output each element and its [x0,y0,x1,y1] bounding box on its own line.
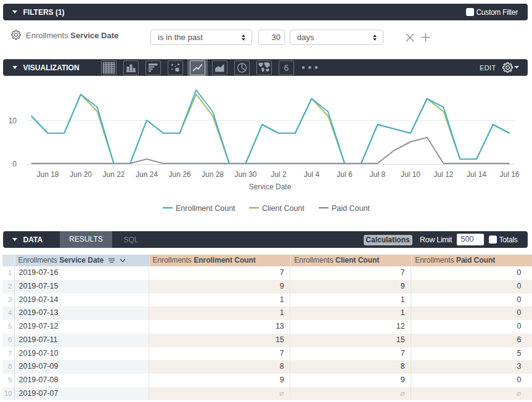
svg-text:Jun 20: Jun 20 [70,170,92,179]
svg-text:Client Count: Client Count [262,204,305,213]
svg-text:Enrollment Count: Enrollment Count [176,204,235,213]
svg-text:Jul 10: Jul 10 [401,170,420,179]
svg-text:Jul 8: Jul 8 [370,170,386,179]
svg-text:Jul 14: Jul 14 [467,170,486,179]
svg-text:Jul 6: Jul 6 [337,170,353,179]
svg-text:Service Date: Service Date [249,183,292,191]
svg-text:Jun 30: Jun 30 [234,170,256,179]
svg-text:Jun 22: Jun 22 [102,170,125,179]
svg-text:Paid Count: Paid Count [332,204,370,213]
svg-text:Jun 24: Jun 24 [136,170,158,179]
svg-text:Jul 2: Jul 2 [271,170,287,179]
svg-text:Jul 16: Jul 16 [499,170,519,179]
svg-text:10: 10 [9,117,17,125]
svg-text:Jun 18: Jun 18 [36,170,59,179]
svg-text:Jun 28: Jun 28 [202,170,224,179]
svg-text:Jul 12: Jul 12 [433,170,453,179]
svg-text:Jun 26: Jun 26 [168,170,190,179]
svg-text:Jul 4: Jul 4 [304,170,320,179]
svg-text:0: 0 [12,160,17,168]
